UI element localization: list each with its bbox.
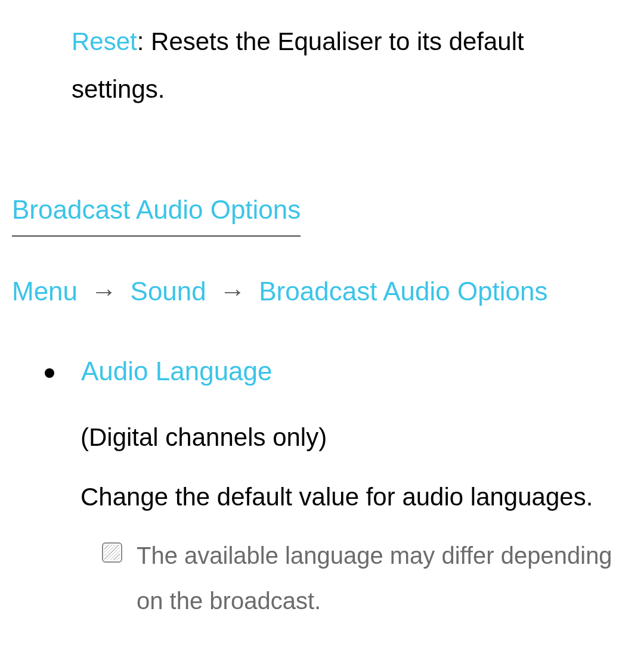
breadcrumb-broadcast-audio-options: Broadcast Audio Options [259,277,547,306]
arrow-right-icon: → [91,277,117,306]
audio-language-item: Audio Language (Digital channels only) C… [12,346,632,623]
audio-language-description: Change the default value for audio langu… [45,473,632,521]
reset-label: Reset [72,27,137,55]
section-heading-wrapper: Broadcast Audio Options [12,185,632,267]
section-heading: Broadcast Audio Options [12,185,301,237]
bullet-icon [45,368,54,378]
item-header-row: Audio Language [45,346,632,396]
note-text: The available language may differ depend… [137,533,632,623]
breadcrumb-menu: Menu [12,277,78,306]
note-row: The available language may differ depend… [45,533,632,623]
audio-language-title: Audio Language [81,346,273,396]
reset-description: : Resets the Equaliser to its default se… [72,27,524,103]
breadcrumb: Menu → Sound → Broadcast Audio Options [12,266,632,316]
audio-language-qualifier: (Digital channels only) [45,414,632,461]
arrow-right-icon: → [219,277,246,306]
reset-section: Reset: Resets the Equaliser to its defau… [12,18,632,113]
note-icon [102,542,122,563]
breadcrumb-sound: Sound [131,277,206,306]
